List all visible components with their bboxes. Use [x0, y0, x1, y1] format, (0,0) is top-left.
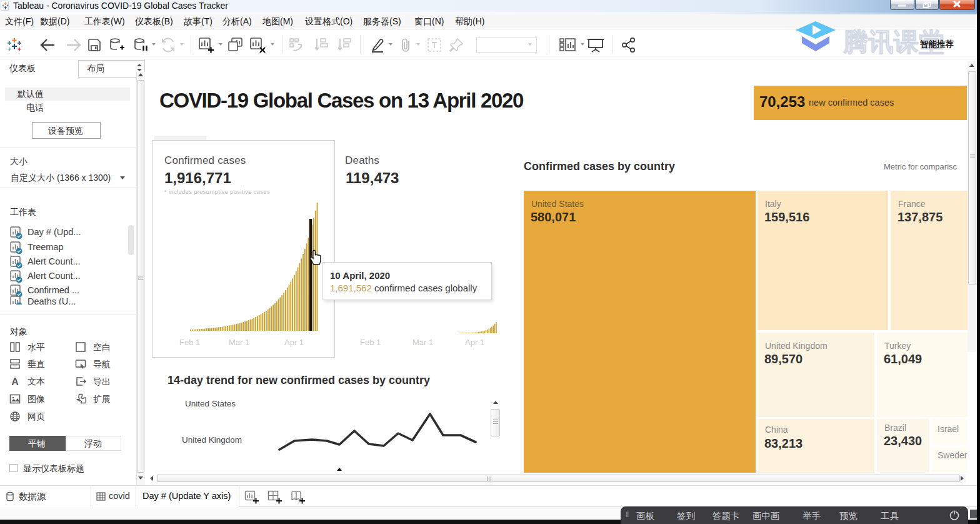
svg-text:A: A [11, 376, 19, 387]
